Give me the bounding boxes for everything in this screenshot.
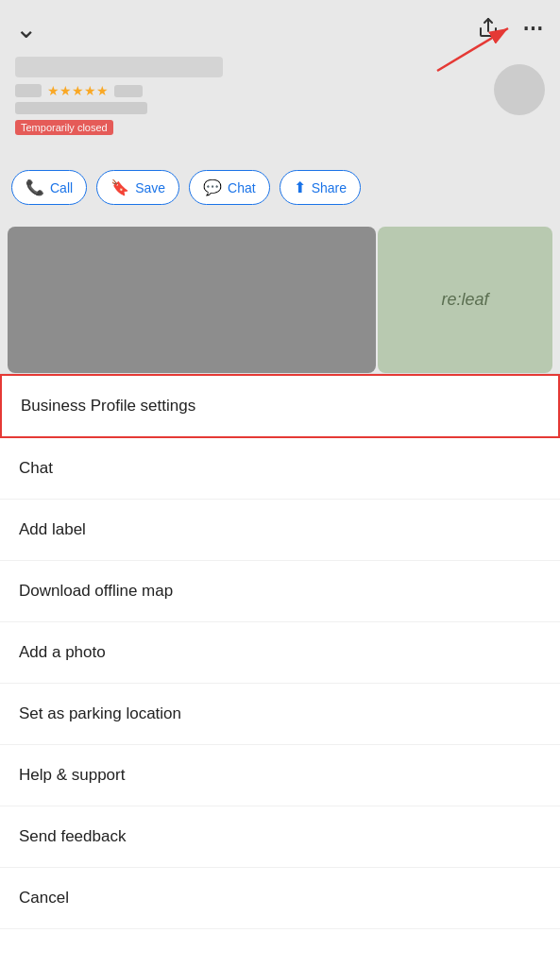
help-support-label: Help & support: [19, 766, 125, 785]
menu-item-add-photo[interactable]: Add a photo: [0, 622, 560, 684]
menu-item-chat[interactable]: Chat: [0, 438, 560, 500]
menu-item-download-offline-map[interactable]: Download offline map: [0, 561, 560, 622]
rating-number: [15, 84, 42, 97]
call-label: Call: [50, 180, 73, 195]
cancel-label: Cancel: [19, 889, 69, 908]
status-badge: Temporarily closed: [15, 120, 113, 135]
business-profile-settings-label: Business Profile settings: [21, 397, 195, 416]
review-count: [114, 85, 143, 97]
action-buttons-row: 📞 Call 🔖 Save 💬 Chat ⬆ Share: [0, 170, 560, 205]
chat-icon: 💬: [203, 178, 222, 196]
chat-label: Chat: [228, 180, 256, 195]
set-parking-label: Set as parking location: [19, 704, 181, 723]
send-feedback-label: Send feedback: [19, 827, 126, 846]
add-photo-label: Add a photo: [19, 643, 106, 662]
business-name: [15, 57, 223, 77]
download-offline-map-label: Download offline map: [19, 582, 173, 601]
star-rating: ★★★★★: [47, 83, 109, 98]
photo-brand-text: re:leaf: [441, 290, 488, 310]
bookmark-icon: 🔖: [110, 178, 129, 196]
photo-strip: re:leaf: [0, 227, 560, 373]
avatar: [494, 64, 545, 115]
share-button[interactable]: [471, 11, 505, 45]
save-label: Save: [135, 180, 165, 195]
top-nav: ⌄ ⋯: [0, 0, 560, 57]
bottom-sheet-menu: Business Profile settings Chat Add label…: [0, 373, 560, 967]
add-label-menu-label: Add label: [19, 520, 86, 539]
chat-menu-label: Chat: [19, 459, 53, 478]
photo-left[interactable]: [8, 227, 376, 373]
save-button[interactable]: 🔖 Save: [96, 170, 179, 205]
menu-item-set-parking[interactable]: Set as parking location: [0, 684, 560, 745]
more-options-button[interactable]: ⋯: [522, 16, 545, 41]
menu-item-send-feedback[interactable]: Send feedback: [0, 806, 560, 868]
menu-item-cancel[interactable]: Cancel: [0, 868, 560, 929]
chevron-down-icon[interactable]: ⌄: [15, 13, 37, 44]
call-button[interactable]: 📞 Call: [11, 170, 87, 205]
photo-right[interactable]: re:leaf: [378, 227, 552, 373]
share-icon: ⬆: [294, 178, 306, 196]
business-info: ★★★★★ Temporarily closed: [15, 57, 494, 135]
phone-icon: 📞: [25, 178, 44, 196]
share-action-button[interactable]: ⬆ Share: [280, 170, 361, 205]
share-label: Share: [312, 180, 347, 195]
business-type: [15, 102, 147, 114]
rating-row: ★★★★★: [15, 83, 494, 98]
menu-item-add-label[interactable]: Add label: [0, 500, 560, 561]
chat-button[interactable]: 💬 Chat: [189, 170, 270, 205]
menu-item-help-support[interactable]: Help & support: [0, 745, 560, 806]
menu-item-business-profile-settings[interactable]: Business Profile settings: [0, 374, 560, 438]
